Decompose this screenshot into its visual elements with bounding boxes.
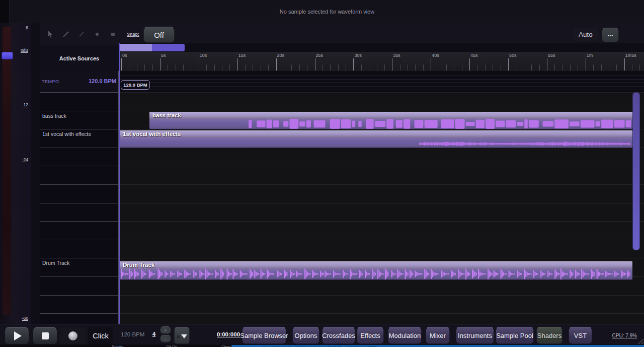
dropdown-swatch	[177, 335, 180, 338]
automation-gridline	[119, 79, 644, 80]
background-console-fragment: ac c. {user s {cr cep {Desktop {suce {su…	[231, 345, 644, 347]
button-mixer[interactable]: Mixer	[426, 327, 450, 344]
ruler-tick	[431, 58, 431, 71]
clip-bass-track[interactable]: bass track	[149, 112, 632, 129]
bass-waveform	[249, 119, 631, 129]
button-shaders[interactable]: Shaders	[536, 327, 562, 344]
button-instruments[interactable]: Instruments	[456, 327, 494, 344]
track-row	[40, 222, 644, 240]
master-fader-track[interactable]	[3, 27, 11, 315]
track-label-empty[interactable]	[40, 222, 119, 240]
snap-toggle-button[interactable]: Off	[143, 27, 175, 43]
track-label-empty[interactable]	[40, 296, 119, 314]
button-crossfades[interactable]: Crossfades	[322, 327, 355, 344]
track-label-empty[interactable]	[40, 166, 119, 185]
ruler-tick	[586, 58, 586, 71]
tempo-node[interactable]: 120.0 BPM	[121, 80, 150, 90]
stop-button[interactable]	[33, 327, 57, 344]
drum-waveform	[121, 268, 630, 280]
cursor-tool-icon[interactable]	[46, 30, 54, 38]
record-icon	[68, 331, 77, 340]
ruler-tick-label: 15s	[238, 53, 246, 58]
square-tool-icon[interactable]	[109, 30, 117, 38]
ruler-tick-label: 10s	[200, 53, 207, 58]
ruler-tick	[547, 58, 547, 71]
ruler-tick-label: 0s	[122, 53, 127, 58]
tempo-track-header[interactable]: TEMPO 120.0 BPM	[40, 71, 119, 93]
more-options-button[interactable]: ...	[602, 28, 619, 42]
button-vst[interactable]: VST	[569, 327, 592, 344]
arrange-lane[interactable]	[119, 296, 644, 314]
button-modulation[interactable]: Modulation	[388, 327, 422, 344]
cpu-usage: CPU: 7.9%	[612, 333, 637, 338]
track-label-empty[interactable]	[40, 314, 119, 324]
track-label-empty[interactable]	[40, 277, 119, 296]
db-label-12: -12	[22, 102, 28, 107]
beats-value[interactable]: 4	[152, 331, 155, 337]
mode-dropdown[interactable]	[174, 327, 190, 344]
ruler-tick-label: 50s	[509, 53, 517, 58]
clip-title: bass track	[152, 112, 181, 118]
db-label-60: -60	[22, 316, 28, 321]
arrange-lane[interactable]	[119, 203, 644, 222]
clip-vocal[interactable]: 1st vocal with effects	[120, 130, 632, 148]
play-button[interactable]	[5, 327, 29, 344]
clip-drum-track[interactable]: Drum Track	[120, 261, 632, 280]
left-gap-strip	[31, 23, 40, 324]
arrange-lane[interactable]	[119, 93, 644, 111]
decrement-button[interactable]: -	[160, 335, 171, 342]
track-label-empty[interactable]	[40, 185, 119, 203]
waveform-view-message: No sample selected for waveform view	[280, 9, 374, 15]
bpm-display: 120 BPM	[121, 331, 144, 337]
track-label-empty[interactable]	[40, 240, 119, 259]
resize-grip[interactable]	[636, 336, 643, 344]
master-fader-handle[interactable]	[2, 52, 13, 59]
arrange-lane[interactable]	[119, 185, 644, 203]
play-icon	[14, 331, 22, 340]
record-button[interactable]	[60, 327, 85, 344]
ruler-tick	[315, 58, 315, 71]
track-label-empty[interactable]	[40, 148, 119, 167]
master-meter-panel: 6 0dB -12 -24 -60	[0, 23, 31, 324]
chevron-down-icon	[181, 334, 187, 338]
button-effects[interactable]: Effects	[357, 327, 384, 344]
ruler-tick-label: 1m5s	[625, 53, 636, 58]
timeline-ruler[interactable]: 0s5s10s15s20s25s30s35s40s45s50s55s1m1m5s	[119, 52, 644, 72]
button-sample-pool[interactable]: Sample Pool	[496, 327, 534, 344]
ruler-tick	[121, 58, 122, 71]
track-label-1st-vocal-with-effects[interactable]: 1st vocal with effects	[40, 129, 119, 148]
time-display[interactable]: 0:00:000	[217, 331, 240, 337]
background-taskbar-fragment: Solutio	[112, 344, 123, 347]
tempo-automation-lane[interactable]: 120.0 BPM	[119, 71, 644, 93]
db-label-24: -24	[22, 157, 28, 162]
vertical-scrollbar[interactable]	[632, 92, 640, 250]
waveform-view-panel[interactable]: No sample selected for waveform view	[10, 0, 644, 23]
arrange-lane[interactable]	[119, 166, 644, 185]
button-options[interactable]: Options	[292, 327, 319, 344]
track-row	[40, 166, 644, 185]
arrange-lane[interactable]	[119, 240, 644, 259]
track-label-drum-track[interactable]: Drum Track	[40, 258, 119, 277]
ruler-tick-label: 20s	[277, 53, 285, 58]
track-label-empty[interactable]	[40, 93, 119, 111]
ruler-tick-label: 25s	[316, 53, 324, 58]
playhead[interactable]	[119, 43, 120, 324]
arrange-lane[interactable]	[119, 148, 644, 167]
arrange-lane[interactable]	[119, 222, 644, 240]
draw-tool-icon[interactable]	[62, 30, 70, 38]
button-sample-browser[interactable]: Sample Browser	[242, 327, 286, 344]
line-tool-icon[interactable]	[77, 30, 86, 38]
increment-button[interactable]: +	[160, 326, 171, 334]
ruler-tick-label: 1m	[587, 53, 593, 58]
tempo-value-label: 120.0 BPM	[89, 78, 116, 84]
dot-tool-icon[interactable]	[93, 30, 101, 38]
automation-gridline	[119, 86, 644, 87]
track-label-empty[interactable]	[40, 203, 119, 222]
ruler-tick	[199, 58, 199, 71]
track-label-bass-track[interactable]: bass track	[40, 111, 119, 130]
arrange-lane[interactable]	[119, 314, 644, 324]
auto-button[interactable]: Auto	[574, 28, 598, 41]
horizontal-zoom-scrollbar[interactable]	[120, 44, 185, 51]
click-metronome-button[interactable]: Click	[88, 327, 113, 344]
track-row	[40, 203, 644, 222]
